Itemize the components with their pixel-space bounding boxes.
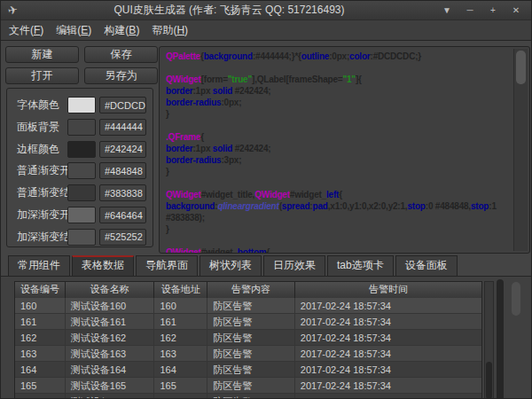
file-button[interactable]: 新建 [5,46,79,63]
table-cell: 防区告警 [207,330,295,346]
table-header-row: 设备编号设备名称设备地址告警内容告警时间 [15,282,481,298]
menu-bar: 文件(F)编辑(E)构建(B)帮助(H) [1,20,531,41]
table-row[interactable]: 160测试设备160160防区告警2017-02-24 18:57:34 [15,298,481,314]
table-scrollbar[interactable] [484,281,494,399]
color-hex-input[interactable] [99,97,146,113]
tab-tab选项卡[interactable]: tab选项卡 [327,255,394,276]
color-swatch[interactable] [67,97,96,113]
color-label: 面板背景 [17,119,59,136]
menu-item[interactable]: 帮助(H) [147,20,192,40]
table-cell: 2017-02-24 18:57:34 [295,394,481,399]
window-title: QUI皮肤生成器 (作者: 飞扬青云 QQ: 517216493) [18,3,441,18]
maximize-button[interactable]: + [487,1,499,20]
table-cell: 163 [154,346,207,362]
table-cell: 162 [15,330,66,346]
file-button[interactable]: 保存 [84,46,158,63]
color-swatch[interactable] [67,184,96,201]
color-hex-input[interactable] [99,119,146,136]
table-cell: 2017-02-24 18:57:34 [295,378,481,394]
app-window: { "theme": { "accent": "#95221d", "panel… [0,0,532,399]
table-cell: 测试设备164 [66,362,155,378]
table-row[interactable]: 165测试设备165165防区告警2017-02-24 18:57:34 [15,378,481,394]
color-hex-input[interactable] [99,184,146,201]
table-row[interactable]: 161测试设备161161防区告警2017-02-24 18:57:34 [15,314,481,330]
color-swatch[interactable] [67,207,96,223]
color-hex-input[interactable] [99,229,146,246]
table-cell: 测试设备161 [66,314,155,330]
table-cell: 2017-02-24 18:57:34 [295,346,481,362]
table-cell: 测试设备165 [66,378,155,394]
tab-bar: 常用组件表格数据导航界面树状列表日历效果tab选项卡设备面板 [1,255,458,276]
stylesheet-code: QPalette{background:#444444;}*{outline:0… [166,51,509,254]
color-swatch[interactable] [67,119,96,136]
color-setting-row: 加深渐变结束 [7,229,153,246]
minimize-button[interactable]: ─ [464,1,476,20]
file-button[interactable]: 另存为 [84,67,158,84]
table-cell: 161 [154,314,207,330]
table-cell: 防区告警 [207,346,295,362]
editor-scrollbar-thumb[interactable] [516,51,526,84]
skin-menu-button[interactable]: ▼ [441,1,453,20]
color-setting-row: 普通渐变结束 [7,184,153,201]
table-cell: 测试设备162 [66,330,155,346]
table-cell: 测试设备166 [66,394,155,399]
tab-设备面板[interactable]: 设备面板 [395,255,458,276]
tab-表格数据[interactable]: 表格数据 [72,255,134,276]
tab-日历效果[interactable]: 日历效果 [263,255,325,276]
color-hex-input[interactable] [99,207,146,223]
color-setting-row: 普通渐变开始 [7,162,153,179]
table-cell: 165 [154,378,207,394]
menu-item[interactable]: 文件(F) [4,20,48,40]
file-button[interactable]: 打开 [5,67,79,84]
tab-导航界面[interactable]: 导航界面 [136,255,198,276]
table-header-cell[interactable]: 设备名称 [66,282,155,298]
color-setting-row: 加深渐变开始 [7,207,153,223]
table-cell: 163 [15,346,66,362]
table-header-cell[interactable]: 设备编号 [15,282,66,298]
table-cell: 161 [15,314,66,330]
close-button[interactable]: ✕ [510,1,522,20]
table-row[interactable]: 164测试设备164164防区告警2017-02-24 18:57:34 [15,362,481,378]
color-setting-row: 边框颜色 [7,141,153,158]
table-cell: 162 [154,330,207,346]
color-hex-input[interactable] [99,162,146,179]
color-label: 边框颜色 [17,141,59,158]
table-cell: 164 [15,362,66,378]
table-cell: 165 [15,378,66,394]
table-cell: 160 [15,298,66,314]
tab-常用组件[interactable]: 常用组件 [8,255,70,276]
table-header-cell[interactable]: 告警时间 [295,282,481,298]
window-controls: ▼─+✕ [441,1,522,20]
menu-item[interactable]: 构建(B) [99,20,144,40]
table-tab-pane: 设备编号设备名称设备地址告警内容告警时间 160测试设备160160防区告警20… [1,276,532,399]
table-row[interactable]: 163测试设备163163防区告警2017-02-24 18:57:34 [15,346,481,362]
editor-scrollbar[interactable] [513,49,528,251]
stylesheet-editor[interactable]: QPalette{background:#444444;}*{outline:0… [159,46,530,254]
color-swatch[interactable] [67,229,96,246]
table-cell: 2017-02-24 18:57:34 [295,362,481,378]
table-cell: 164 [154,362,207,378]
tab-树状列表[interactable]: 树状列表 [200,255,262,276]
color-settings-box: 字体颜色 面板背景 边框颜色 普通渐变开始 普通渐变结束 加深渐变开始 加深渐变… [6,88,153,247]
table-cell: 2017-02-24 18:57:34 [295,298,481,314]
light-scrollbar-thumb[interactable] [512,282,520,316]
table-cell: 测试设备163 [66,346,155,362]
table-header-cell[interactable]: 设备地址 [154,282,207,298]
table-cell: 2017-02-24 18:57:34 [295,330,481,346]
table-cell: 防区告警 [207,314,295,330]
file-buttons-group: 新建保存打开另存为 [5,46,159,84]
table-row[interactable]: 162测试设备162162防区告警2017-02-24 18:57:34 [15,330,481,346]
table-cell: 防区告警 [207,298,295,314]
menu-item[interactable]: 编辑(E) [51,20,96,40]
device-alarm-table: 设备编号设备名称设备地址告警内容告警时间 160测试设备160160防区告警20… [14,281,482,399]
dark-scrollbar-thumb[interactable] [497,279,504,399]
table-header-cell[interactable]: 告警内容 [207,282,295,298]
table-scrollbar-thumb[interactable] [486,362,492,399]
table-cell: 防区告警 [207,362,295,378]
color-hex-input[interactable] [99,141,146,158]
color-setting-row: 字体颜色 [7,97,153,113]
table-cell: 166 [154,394,207,399]
table-row[interactable]: 166测试设备166166防区告警2017-02-24 18:57:34 [15,394,481,399]
color-swatch[interactable] [67,141,96,158]
color-swatch[interactable] [67,162,96,179]
